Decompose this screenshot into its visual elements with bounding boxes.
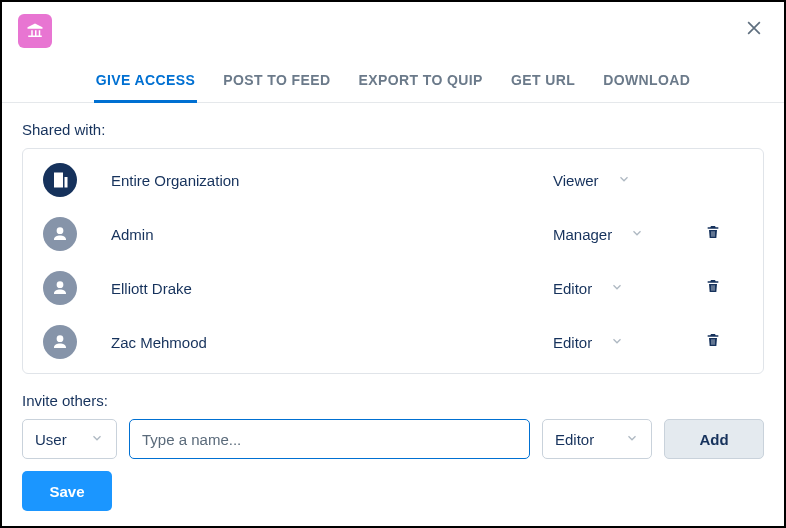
close-icon: [744, 18, 764, 38]
remove-share-button[interactable]: [705, 224, 721, 244]
invite-name-input[interactable]: Type a name...: [129, 419, 530, 459]
chevron-down-icon: [625, 431, 639, 448]
invite-role-value: Editor: [555, 431, 594, 448]
org-avatar: [43, 163, 77, 197]
remove-share-button[interactable]: [705, 278, 721, 298]
chevron-down-icon: [90, 431, 104, 448]
role-select[interactable]: Viewer: [553, 172, 683, 189]
share-list: Entire Organization Viewer Admin Manager: [22, 148, 764, 374]
tab-post-to-feed[interactable]: POST TO FEED: [221, 62, 332, 103]
chevron-down-icon: [610, 334, 624, 351]
user-icon: [51, 225, 69, 243]
tab-give-access[interactable]: GIVE ACCESS: [94, 62, 198, 103]
role-select[interactable]: Editor: [553, 334, 683, 351]
share-name: Elliott Drake: [111, 280, 553, 297]
share-row: Entire Organization Viewer: [23, 153, 763, 207]
user-avatar: [43, 217, 77, 251]
shared-with-label: Shared with:: [22, 121, 764, 138]
close-button[interactable]: [740, 14, 768, 46]
share-name: Zac Mehmood: [111, 334, 553, 351]
app-icon: [18, 14, 52, 48]
trash-icon: [705, 224, 721, 240]
trash-icon: [705, 332, 721, 348]
tab-get-url[interactable]: GET URL: [509, 62, 577, 103]
chevron-down-icon: [630, 226, 644, 243]
user-avatar: [43, 325, 77, 359]
role-value: Editor: [553, 280, 592, 297]
remove-share-button[interactable]: [705, 332, 721, 352]
tab-export-to-quip[interactable]: EXPORT TO QUIP: [357, 62, 485, 103]
invite-others-label: Invite others:: [22, 392, 764, 409]
role-select[interactable]: Editor: [553, 280, 683, 297]
user-icon: [51, 279, 69, 297]
role-value: Manager: [553, 226, 612, 243]
invite-type-select[interactable]: User: [22, 419, 117, 459]
chevron-down-icon: [610, 280, 624, 297]
share-name: Admin: [111, 226, 553, 243]
share-row: Zac Mehmood Editor: [23, 315, 763, 369]
tab-download[interactable]: DOWNLOAD: [601, 62, 692, 103]
share-row: Admin Manager: [23, 207, 763, 261]
role-value: Viewer: [553, 172, 599, 189]
share-name: Entire Organization: [111, 172, 553, 189]
role-select[interactable]: Manager: [553, 226, 683, 243]
role-value: Editor: [553, 334, 592, 351]
invite-name-placeholder: Type a name...: [142, 431, 241, 448]
chevron-down-icon: [617, 172, 631, 189]
trash-icon: [705, 278, 721, 294]
building-column-icon: [26, 22, 44, 40]
invite-type-value: User: [35, 431, 67, 448]
invite-role-select[interactable]: Editor: [542, 419, 652, 459]
user-avatar: [43, 271, 77, 305]
user-icon: [51, 333, 69, 351]
tab-bar: GIVE ACCESS POST TO FEED EXPORT TO QUIP …: [2, 62, 784, 103]
invite-row: User Type a name... Editor Add: [22, 419, 764, 459]
share-row: Elliott Drake Editor: [23, 261, 763, 315]
save-button[interactable]: Save: [22, 471, 112, 511]
building-icon: [51, 171, 69, 189]
add-button[interactable]: Add: [664, 419, 764, 459]
